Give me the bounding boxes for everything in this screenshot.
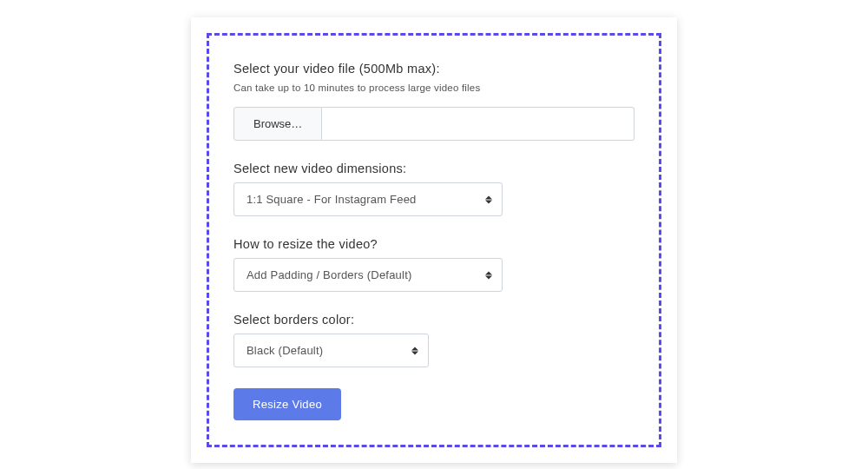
dimensions-select[interactable]: 1:1 Square - For Instagram Feed xyxy=(233,182,503,216)
browse-button[interactable]: Browse… xyxy=(233,107,322,141)
resize-select-wrapper: Add Padding / Borders (Default) xyxy=(233,258,503,292)
form-card: Select your video file (500Mb max): Can … xyxy=(191,17,677,463)
borders-select-wrapper: Black (Default) xyxy=(233,334,429,367)
file-label: Select your video file (500Mb max): xyxy=(233,62,635,76)
dimensions-select-wrapper: 1:1 Square - For Instagram Feed xyxy=(233,182,503,216)
resize-method-select[interactable]: Add Padding / Borders (Default) xyxy=(233,258,503,292)
resize-video-button[interactable]: Resize Video xyxy=(233,388,341,420)
file-display-input[interactable] xyxy=(322,107,635,141)
file-sublabel: Can take up to 10 minutes to process lar… xyxy=(233,83,635,93)
borders-label: Select borders color: xyxy=(233,313,635,327)
file-input-row: Browse… xyxy=(233,107,635,141)
borders-color-select[interactable]: Black (Default) xyxy=(233,334,429,367)
resize-label: How to resize the video? xyxy=(233,237,635,251)
form-container: Select your video file (500Mb max): Can … xyxy=(207,33,661,447)
dimensions-label: Select new video dimensions: xyxy=(233,162,635,175)
